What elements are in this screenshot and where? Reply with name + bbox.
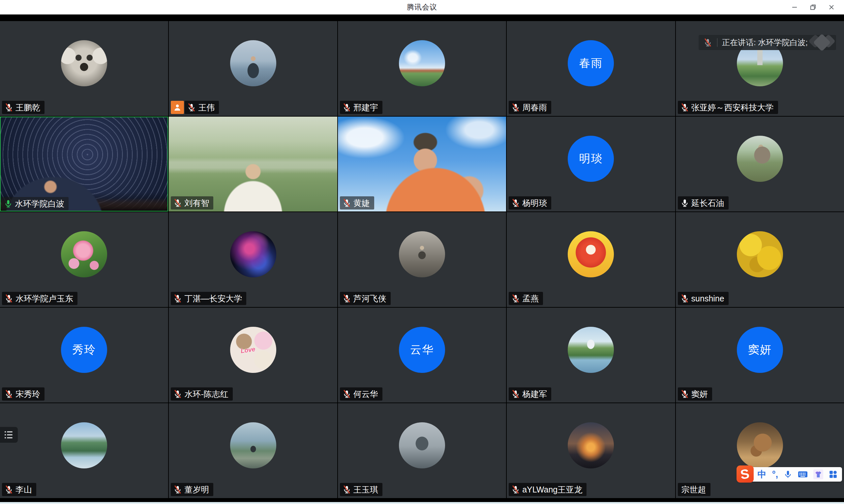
soft-keyboard-button[interactable] — [798, 470, 808, 479]
participant-label: 水环-陈志红 — [171, 388, 232, 400]
participant-tile[interactable]: 芦河飞侠 — [338, 212, 506, 307]
participant-name: 水环学院白波 — [15, 198, 64, 209]
participant-name: 董岁明 — [184, 484, 209, 495]
mic-muted-icon — [511, 389, 520, 399]
participant-label: 王鹏乾 — [2, 101, 45, 114]
sogou-logo-icon[interactable]: S — [737, 466, 754, 483]
participant-avatar: 春雨 — [568, 40, 614, 86]
participant-tile[interactable]: 孟燕 — [507, 212, 675, 307]
mic-muted-icon — [4, 294, 14, 303]
mic-muted-icon — [342, 389, 351, 399]
member-list-button[interactable] — [0, 427, 18, 443]
participant-grid: 王鹏乾 — [0, 21, 844, 498]
participant-name: 丁湛—长安大学 — [184, 293, 242, 304]
close-button[interactable] — [822, 0, 841, 15]
person-badge-icon — [171, 101, 184, 114]
participant-name: 杨明琰 — [522, 198, 547, 209]
restore-button[interactable] — [804, 0, 822, 15]
toolbox-button[interactable] — [829, 470, 838, 479]
participant-tile[interactable]: 王鹏乾 — [0, 21, 168, 116]
member-list-icon — [4, 430, 14, 439]
participant-label: 李山 — [2, 483, 36, 496]
participant-tile[interactable]: 窦妍 窦妍 — [676, 308, 844, 402]
participant-avatar: 云华 — [399, 327, 445, 373]
man-at-harbor-photo — [230, 40, 276, 86]
bottom-black-strip — [0, 498, 844, 502]
participant-name: 水环学院卢玉东 — [16, 293, 73, 304]
participant-label: 董岁明 — [171, 483, 213, 496]
cartoon-monkey-photo — [568, 231, 614, 277]
participant-tile[interactable]: 邢建宇 — [338, 21, 506, 116]
participant-avatar: 明琰 — [568, 136, 614, 182]
voice-input-button[interactable] — [784, 470, 792, 479]
participant-name: 王伟 — [198, 102, 214, 113]
participant-tile[interactable]: 王玉琪 — [338, 403, 506, 498]
participant-tile[interactable]: 春雨 周春雨 — [507, 21, 675, 116]
participant-tile[interactable]: 云华 何云华 — [338, 308, 506, 402]
participant-tile[interactable]: 丁湛—长安大学 — [169, 212, 337, 307]
participant-tile[interactable]: 水环学院卢玉东 — [0, 212, 168, 307]
sogou-ime-toolbar: S 中 °, — [737, 467, 842, 482]
divider — [717, 38, 718, 47]
participant-tile[interactable]: aYLWang王亚龙 — [507, 403, 675, 498]
mountain-temple-photo — [737, 136, 783, 182]
mic-muted-icon — [4, 103, 14, 112]
speaking-indicator: 正在讲话: 水环学院白波; — [699, 35, 836, 50]
participant-label: 杨明琰 — [509, 196, 551, 210]
participant-tile[interactable]: 延长石油 — [676, 116, 844, 212]
participant-tile[interactable]: sunshine — [676, 212, 844, 307]
campus-lake-photo — [568, 327, 614, 373]
window-controls — [785, 0, 841, 15]
participant-name: aYLWang王亚龙 — [522, 484, 582, 495]
participant-tile[interactable]: 水环学院白波 — [0, 116, 168, 212]
mic-muted-icon — [511, 294, 520, 303]
participant-name: 延长石油 — [691, 198, 724, 209]
skin-button[interactable] — [813, 469, 823, 479]
participant-label: 芦河飞侠 — [340, 292, 391, 305]
participant-name: 黄婕 — [354, 198, 370, 209]
punctuation-button[interactable]: °, — [772, 469, 778, 480]
mic-muted-icon — [173, 198, 182, 208]
speaking-text: 正在讲话: 水环学院白波; — [722, 37, 808, 48]
minimize-icon — [791, 4, 798, 11]
participant-tile[interactable]: 李山 — [0, 403, 168, 498]
minimize-button[interactable] — [785, 0, 804, 15]
skin-icon — [814, 470, 823, 479]
participant-label: 王玉琪 — [340, 483, 382, 496]
participant-tile[interactable]: 刘有智 — [169, 116, 337, 212]
participant-tile[interactable]: 王伟 — [169, 21, 337, 116]
voice-input-icon — [784, 470, 792, 479]
hiker-on-mountain-photo — [399, 231, 445, 277]
participant-label: 邢建宇 — [340, 101, 382, 114]
participant-name: 杨建军 — [522, 389, 547, 400]
participant-tile[interactable]: 宗世超 — [676, 403, 844, 498]
mic-muted-icon — [511, 485, 520, 494]
mic-muted-icon — [342, 198, 351, 208]
participant-label: 孟燕 — [509, 292, 543, 305]
top-black-strip — [0, 15, 844, 21]
participant-tile[interactable]: 明琰 杨明琰 — [507, 116, 675, 212]
window-title: 腾讯会议 — [407, 2, 437, 12]
participant-tile[interactable]: 董岁明 — [169, 403, 337, 498]
participant-label: aYLWang王亚龙 — [509, 483, 586, 496]
participant-name: 窦妍 — [691, 389, 708, 400]
participant-name: 孟燕 — [522, 293, 539, 304]
participant-tile[interactable]: 秀玲 宋秀玲 — [0, 308, 168, 402]
ginkgo-leaves-photo — [737, 231, 783, 277]
participant-name: 周春雨 — [522, 102, 547, 113]
chinese-mode-button[interactable]: 中 — [758, 468, 767, 480]
participant-tile[interactable]: Love 水环-陈志红 — [169, 308, 337, 402]
participant-avatar: 秀玲 — [61, 327, 107, 373]
sky-field-photo — [399, 40, 445, 86]
participant-tile[interactable]: 黄婕 — [338, 116, 506, 212]
mic-on-icon — [680, 198, 689, 208]
lakeside-person-photo — [230, 422, 276, 468]
lotus-flower-photo — [61, 231, 107, 277]
mic-muted-icon — [511, 103, 520, 112]
participant-name: 水环-陈志红 — [184, 389, 228, 400]
participant-name: 李山 — [16, 484, 32, 495]
participant-tile[interactable]: 杨建军 — [507, 308, 675, 402]
participant-label: 水环学院卢玉东 — [2, 292, 77, 305]
window-titlebar: 腾讯会议 — [0, 0, 844, 15]
mic-muted-icon — [173, 485, 182, 494]
